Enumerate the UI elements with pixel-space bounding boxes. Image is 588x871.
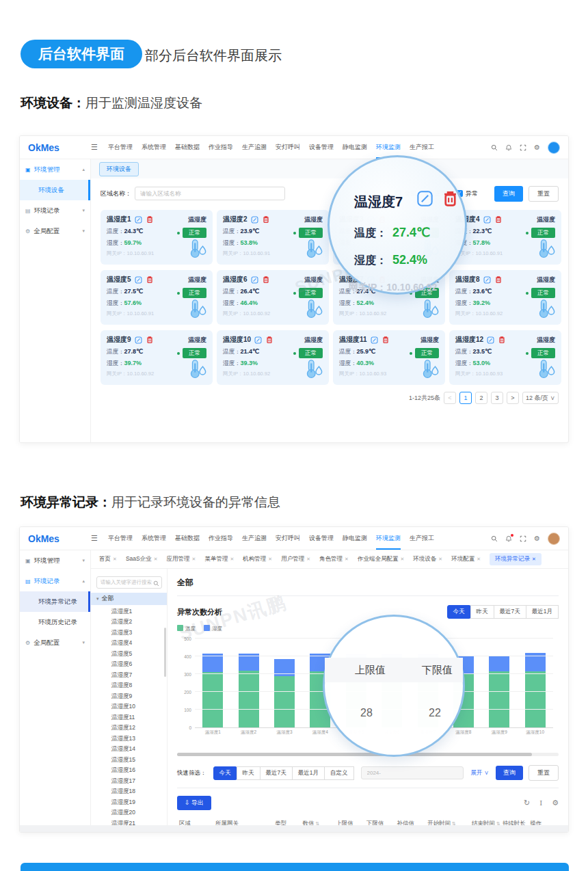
prev-page-button[interactable]: < <box>444 392 456 404</box>
search-icon[interactable] <box>491 535 498 542</box>
tree-item-温湿度15[interactable]: 温湿度15 <box>91 755 167 766</box>
close-tab-icon[interactable]: ✕ <box>477 557 481 562</box>
sidebar-item-环境管理[interactable]: ▣环境管理▴ <box>20 159 90 180</box>
menu-item-设备管理[interactable]: 设备管理 <box>309 534 334 543</box>
tree-item-温湿度19[interactable]: 温湿度19 <box>91 797 167 808</box>
sidebar-item-全局配置[interactable]: ⚙全局配置▾ <box>20 221 90 241</box>
export-button[interactable]: ⇩ 导出 <box>177 796 211 810</box>
fullscreen-icon[interactable] <box>520 144 526 151</box>
page-tab-环境配置[interactable]: 环境配置✕ <box>451 555 481 563</box>
tree-item-温湿度14[interactable]: 温湿度14 <box>91 744 167 755</box>
page-tab-应用管理[interactable]: 应用管理✕ <box>167 555 196 563</box>
trash-icon[interactable] <box>494 276 503 284</box>
range-button-最近1月[interactable]: 最近1月 <box>526 605 559 619</box>
page-tab-角色管理[interactable]: 角色管理✕ <box>319 555 349 563</box>
range-button-昨天[interactable]: 昨天 <box>470 605 494 619</box>
column-settings-icon[interactable]: I <box>539 799 542 807</box>
trash-icon[interactable] <box>265 336 273 344</box>
tree-item-温湿度3[interactable]: 温湿度3 <box>91 628 167 639</box>
page-button-2[interactable]: 2 <box>475 392 487 404</box>
page-tab-SaaS企业[interactable]: SaaS企业✕ <box>126 555 158 563</box>
range-button-昨天[interactable]: 昨天 <box>237 766 260 780</box>
page-tab-用户管理[interactable]: 用户管理✕ <box>281 555 310 563</box>
menu-item-安灯呼叫[interactable]: 安灯呼叫 <box>276 143 300 152</box>
tree-item-温湿度1[interactable]: 温湿度1 <box>91 606 167 617</box>
user-avatar[interactable] <box>548 533 560 545</box>
sidebar-item-环境记录[interactable]: ▤环境记录▴ <box>20 571 90 591</box>
edit-icon[interactable] <box>416 190 433 207</box>
search-icon[interactable] <box>491 144 498 151</box>
sidebar-item-环境管理[interactable]: ▣环境管理▾ <box>20 550 90 571</box>
close-tab-icon[interactable]: ✕ <box>345 557 349 562</box>
sidebar-item-环境异常记录[interactable]: 环境异常记录 <box>20 591 90 612</box>
trash-icon[interactable] <box>262 215 270 224</box>
trash-icon[interactable] <box>494 215 503 224</box>
edit-icon[interactable] <box>371 336 378 344</box>
sidebar-item-全局配置[interactable]: ⚙全局配置▾ <box>20 632 90 653</box>
range-button-今天[interactable]: 今天 <box>447 605 471 619</box>
edit-icon[interactable] <box>135 276 142 284</box>
menu-item-系统管理[interactable]: 系统管理 <box>142 534 166 543</box>
menu-item-静电监测[interactable]: 静电监测 <box>343 534 367 543</box>
edit-icon[interactable] <box>251 276 258 284</box>
query-button[interactable]: 查询 <box>496 766 523 780</box>
page-tab-菜单管理[interactable]: 菜单管理✕ <box>204 555 234 563</box>
trash-icon[interactable] <box>146 336 154 344</box>
table-settings-gear-icon[interactable]: ⚙ <box>552 799 559 807</box>
tree-item-温湿度7[interactable]: 温湿度7 <box>91 670 167 681</box>
menu-item-生产报工[interactable]: 生产报工 <box>410 143 434 152</box>
sidebar-item-环境记录[interactable]: ▤环境记录▾ <box>20 200 90 221</box>
close-tab-icon[interactable]: ✕ <box>306 557 310 562</box>
trash-icon[interactable] <box>441 189 459 208</box>
tree-item-温湿度12[interactable]: 温湿度12 <box>91 723 167 734</box>
trash-icon[interactable] <box>262 276 270 284</box>
tree-item-温湿度18[interactable]: 温湿度18 <box>91 786 167 797</box>
tree-item-温湿度4[interactable]: 温湿度4 <box>91 638 167 649</box>
edit-icon[interactable] <box>483 276 491 284</box>
area-name-input[interactable] <box>135 187 285 200</box>
tab-env-device[interactable]: 环境设备 <box>99 162 139 176</box>
edit-icon[interactable] <box>254 336 262 344</box>
reset-button[interactable]: 重置 <box>529 765 559 781</box>
close-tab-icon[interactable]: ✕ <box>154 557 158 562</box>
settings-gear-icon[interactable]: ⚙ <box>534 144 540 151</box>
trash-icon[interactable] <box>498 336 506 344</box>
edit-icon[interactable] <box>135 336 142 344</box>
tree-item-温湿度10[interactable]: 温湿度10 <box>91 701 167 712</box>
tree-scrollbar[interactable] <box>164 628 166 677</box>
range-button-今天[interactable]: 今天 <box>213 766 237 780</box>
trash-icon[interactable] <box>382 336 390 344</box>
tree-root-all[interactable]: ▾ 全部 <box>91 593 167 605</box>
page-tab-环境异常记录[interactable]: 环境异常记录✕ <box>490 553 542 565</box>
menu-item-安灯呼叫[interactable]: 安灯呼叫 <box>276 534 300 543</box>
close-tab-icon[interactable]: ✕ <box>438 557 442 562</box>
range-button-最近7天[interactable]: 最近7天 <box>260 766 293 780</box>
close-tab-icon[interactable]: ✕ <box>230 557 234 562</box>
tree-item-温湿度6[interactable]: 温湿度6 <box>91 659 167 670</box>
bell-icon[interactable] <box>505 144 512 151</box>
fullscreen-icon[interactable] <box>520 535 526 542</box>
page-tab-首页[interactable]: 首页✕ <box>99 555 117 563</box>
chart-h-scrollbar[interactable] <box>177 753 559 756</box>
edit-icon[interactable] <box>135 216 142 224</box>
settings-gear-icon[interactable]: ⚙ <box>534 535 540 542</box>
close-tab-icon[interactable]: ✕ <box>532 557 536 562</box>
sidebar-item-环境历史记录[interactable]: 环境历史记录 <box>20 612 90 632</box>
solution-link[interactable]: 解决方案 <box>528 833 559 833</box>
menu-item-生产报工[interactable]: 生产报工 <box>410 534 434 543</box>
menu-item-生产追溯[interactable]: 生产追溯 <box>242 534 267 543</box>
tree-item-温湿度9[interactable]: 温湿度9 <box>91 691 167 702</box>
menu-item-系统管理[interactable]: 系统管理 <box>142 143 166 152</box>
range-button-最近1月[interactable]: 最近1月 <box>292 766 325 780</box>
next-page-button[interactable]: > <box>507 392 519 404</box>
page-tab-作业端全局配置[interactable]: 作业端全局配置✕ <box>358 555 404 563</box>
trash-icon[interactable] <box>146 276 154 284</box>
menu-item-环境监测[interactable]: 环境监测 <box>376 534 401 543</box>
tree-item-温湿度16[interactable]: 温湿度16 <box>91 765 167 776</box>
page-button-3[interactable]: 3 <box>491 392 503 404</box>
tree-search-input[interactable] <box>96 576 162 589</box>
menu-toggle-icon[interactable]: ☰ <box>91 534 100 543</box>
menu-item-基础数据[interactable]: 基础数据 <box>175 534 200 543</box>
menu-item-作业指导[interactable]: 作业指导 <box>209 534 233 543</box>
expand-toggle[interactable]: 展开 ∨ <box>471 769 489 777</box>
